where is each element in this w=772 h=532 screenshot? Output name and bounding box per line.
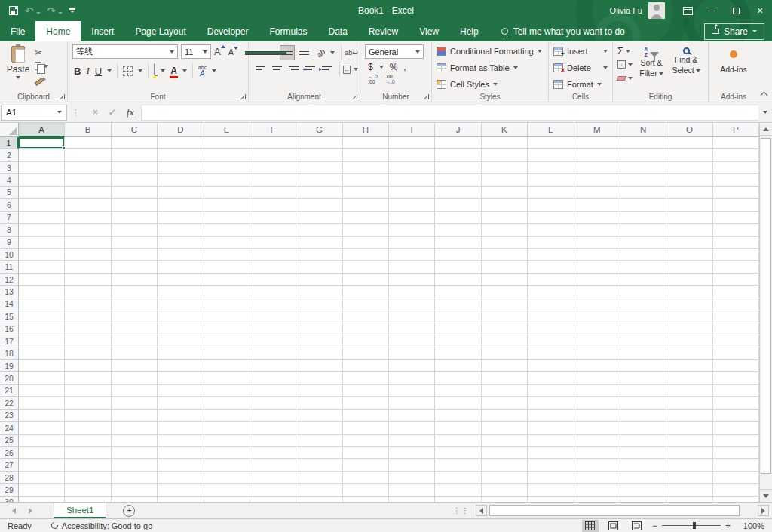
- cell-P16[interactable]: [713, 323, 759, 335]
- cell-K20[interactable]: [482, 372, 528, 384]
- cell-I5[interactable]: [389, 187, 435, 199]
- scrollbar-resize-handle[interactable]: ⋮⋮: [453, 506, 470, 515]
- cell-P6[interactable]: [713, 199, 759, 211]
- cell-D20[interactable]: [158, 372, 204, 384]
- cell-B7[interactable]: [65, 212, 111, 224]
- top-align-button[interactable]: [253, 46, 277, 60]
- row-header-4[interactable]: 4: [0, 174, 19, 186]
- delete-cells-button[interactable]: ×Delete: [553, 61, 611, 75]
- cell-H17[interactable]: [343, 335, 389, 347]
- enter-icon[interactable]: ✓: [109, 107, 116, 118]
- cell-B29[interactable]: [65, 484, 111, 496]
- cell-B4[interactable]: [65, 174, 111, 186]
- cell-J14[interactable]: [435, 298, 481, 310]
- cell-O1[interactable]: [666, 137, 712, 149]
- cell-H15[interactable]: [343, 310, 389, 323]
- cell-B9[interactable]: [65, 237, 111, 249]
- orientation-button[interactable]: ab: [314, 46, 327, 60]
- cell-C30[interactable]: [112, 497, 158, 502]
- cell-E8[interactable]: [204, 224, 250, 236]
- cell-J20[interactable]: [435, 372, 481, 384]
- cell-I29[interactable]: [389, 484, 435, 496]
- cell-H16[interactable]: [343, 323, 389, 335]
- cell-A14[interactable]: [19, 298, 65, 310]
- row-header-29[interactable]: 29: [0, 484, 19, 496]
- cell-A3[interactable]: [19, 162, 65, 174]
- cell-P19[interactable]: [713, 360, 759, 372]
- cell-P29[interactable]: [713, 484, 759, 496]
- cell-N27[interactable]: [620, 459, 666, 471]
- cell-A25[interactable]: [19, 435, 65, 447]
- row-header-6[interactable]: 6: [0, 199, 19, 211]
- cell-L1[interactable]: [528, 137, 574, 149]
- cell-K14[interactable]: [482, 298, 528, 310]
- cell-D17[interactable]: [158, 335, 204, 347]
- zoom-out-button[interactable]: −: [652, 521, 657, 531]
- cell-G18[interactable]: [296, 347, 342, 359]
- cell-M29[interactable]: [574, 484, 620, 496]
- cell-O27[interactable]: [666, 459, 712, 471]
- cell-E12[interactable]: [204, 274, 250, 286]
- cell-O16[interactable]: [666, 323, 712, 335]
- row-header-7[interactable]: 7: [0, 212, 19, 224]
- cell-J6[interactable]: [435, 199, 481, 211]
- cell-F22[interactable]: [250, 397, 296, 409]
- cell-I15[interactable]: [389, 310, 435, 323]
- cell-G2[interactable]: [296, 149, 342, 161]
- cell-B18[interactable]: [65, 347, 111, 359]
- cell-N16[interactable]: [620, 323, 666, 335]
- cell-E13[interactable]: [204, 286, 250, 298]
- cell-B10[interactable]: [65, 249, 111, 261]
- cell-C28[interactable]: [112, 472, 158, 484]
- customize-qat-icon[interactable]: [69, 8, 75, 13]
- cell-H19[interactable]: [343, 360, 389, 372]
- cell-F10[interactable]: [250, 249, 296, 261]
- cell-E25[interactable]: [204, 435, 250, 447]
- cell-M22[interactable]: [574, 397, 620, 409]
- cell-F28[interactable]: [250, 472, 296, 484]
- cell-J21[interactable]: [435, 385, 481, 397]
- cell-K1[interactable]: [482, 137, 528, 149]
- cell-C24[interactable]: [112, 422, 158, 434]
- cell-L9[interactable]: [528, 237, 574, 249]
- insert-function-icon[interactable]: fx: [127, 106, 133, 118]
- cell-I10[interactable]: [389, 249, 435, 261]
- row-header-16[interactable]: 16: [0, 323, 19, 335]
- cell-C18[interactable]: [112, 347, 158, 359]
- undo-icon[interactable]: ↶: [25, 6, 41, 16]
- cell-D18[interactable]: [158, 347, 204, 359]
- cell-H7[interactable]: [343, 212, 389, 224]
- cell-D16[interactable]: [158, 323, 204, 335]
- cell-K16[interactable]: [482, 323, 528, 335]
- cell-K11[interactable]: [482, 261, 528, 273]
- cell-J26[interactable]: [435, 447, 481, 459]
- find-select-button[interactable]: Find & Select: [669, 44, 703, 91]
- cell-J3[interactable]: [435, 162, 481, 174]
- cell-L29[interactable]: [528, 484, 574, 496]
- row-header-27[interactable]: 27: [0, 459, 19, 471]
- cell-B26[interactable]: [65, 447, 111, 459]
- cell-D14[interactable]: [158, 298, 204, 310]
- cell-A27[interactable]: [19, 459, 65, 471]
- cell-K12[interactable]: [482, 274, 528, 286]
- cell-F17[interactable]: [250, 335, 296, 347]
- decrease-decimal-button[interactable]: .00→.0: [385, 74, 395, 84]
- number-dialog-launcher[interactable]: [424, 94, 429, 99]
- cell-G26[interactable]: [296, 447, 342, 459]
- cell-M19[interactable]: [574, 360, 620, 372]
- cell-E26[interactable]: [204, 447, 250, 459]
- cell-O17[interactable]: [666, 335, 712, 347]
- clipboard-dialog-launcher[interactable]: [60, 94, 65, 99]
- cell-P12[interactable]: [713, 274, 759, 286]
- cell-P2[interactable]: [713, 149, 759, 161]
- cell-I6[interactable]: [389, 199, 435, 211]
- select-all-corner[interactable]: [0, 123, 19, 137]
- cell-F8[interactable]: [250, 224, 296, 236]
- cell-J15[interactable]: [435, 310, 481, 323]
- percent-style-button[interactable]: %: [390, 62, 398, 72]
- cell-A20[interactable]: [19, 372, 65, 384]
- cell-L4[interactable]: [528, 174, 574, 186]
- cell-N25[interactable]: [620, 435, 666, 447]
- cell-G24[interactable]: [296, 422, 342, 434]
- cancel-icon[interactable]: ×: [93, 107, 98, 118]
